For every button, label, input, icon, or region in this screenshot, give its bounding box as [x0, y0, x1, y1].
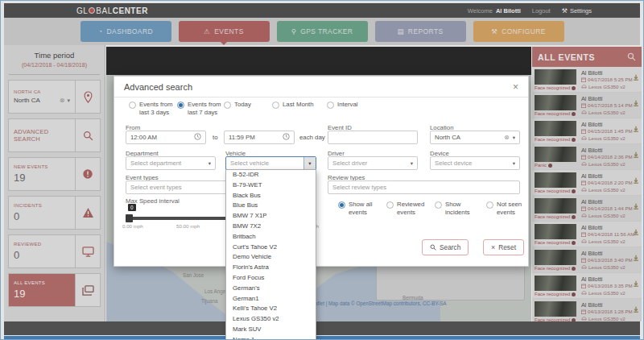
- welcome-label: Welcome: [468, 7, 493, 15]
- download-icon[interactable]: [633, 224, 639, 238]
- event-date: 04/15/2018 1:45 PM: [581, 128, 633, 134]
- calendar-icon: [581, 258, 586, 263]
- vehicle-dropdown-option[interactable]: B-52-IDR: [226, 170, 316, 180]
- logo-text-bal: BAL: [96, 6, 112, 15]
- map-label-bermuda: Bermuda: [402, 295, 423, 301]
- period-radio-option[interactable]: Last Month: [272, 101, 324, 109]
- event-list-item[interactable]: Face recognized Al Bilotti 04/15/2018 1:…: [532, 118, 642, 143]
- from-time-input[interactable]: 12:00 AM: [126, 131, 206, 144]
- period-radio-option[interactable]: Today: [224, 101, 276, 109]
- vehicle-dropdown-option[interactable]: Curt's Tahoe V2: [226, 243, 316, 253]
- counter-incidents[interactable]: INCIDENTS 0: [8, 196, 101, 230]
- vehicle-dropdown-option[interactable]: Demo Vehicle: [226, 252, 316, 263]
- download-icon[interactable]: [633, 301, 639, 316]
- event-badge-label: Face recognized: [535, 240, 570, 245]
- counter-all-events[interactable]: ALL EVENTS 19: [8, 273, 101, 307]
- review-radio-option[interactable]: Reviewed events: [386, 201, 434, 216]
- counter-new-events[interactable]: NEW EVENTS 19: [8, 157, 101, 191]
- panel-search-icon[interactable]: [627, 52, 636, 61]
- map-toolbar: [106, 47, 531, 75]
- location-select[interactable]: North CA ⊗ ▾: [14, 97, 70, 104]
- close-icon[interactable]: ×: [513, 82, 518, 92]
- vehicle-select[interactable]: Select vehicle ▾: [225, 156, 316, 170]
- download-icon[interactable]: [633, 172, 639, 187]
- search-button[interactable]: Search: [422, 239, 469, 255]
- download-icon[interactable]: [633, 95, 639, 110]
- nav-tab[interactable]: ⚒ CONFIGURE: [473, 21, 564, 42]
- counter-reviewed[interactable]: REVIEWED 0: [8, 234, 101, 268]
- event-badge: Face recognized: [535, 189, 576, 193]
- vehicle-dropdown-option[interactable]: Mark SUV: [226, 325, 316, 335]
- event-list-item[interactable]: Panic Al Bilotti 04/14/2018 2:36 PM Lexu…: [532, 144, 642, 169]
- to-time-input[interactable]: 11:59 PM: [224, 131, 295, 144]
- review-types-input[interactable]: Select review types: [328, 180, 520, 194]
- vehicle-dropdown-option[interactable]: Nemo 1: [226, 335, 316, 340]
- vehicle-dropdown-option[interactable]: Lexus GS350 v2: [226, 314, 316, 325]
- reset-button[interactable]: × Reset: [483, 239, 524, 255]
- nav-tab[interactable]: ⚠ EVENTS: [179, 21, 270, 42]
- event-list-item[interactable]: Face recognized Al Bilotti 04/13/2018 1:…: [532, 299, 642, 321]
- location-select[interactable]: North CA ⊗ ▾: [430, 131, 520, 144]
- period-radio-option[interactable]: Interval: [327, 101, 379, 109]
- vehicle-dropdown-option[interactable]: Ford Focus: [226, 273, 316, 284]
- event-list-item[interactable]: Face recognized Al Bilotti 04/14/2018 11…: [532, 222, 642, 247]
- logout-link[interactable]: Logout: [532, 7, 551, 15]
- event-types-placeholder: Select event types: [130, 184, 182, 191]
- device-select[interactable]: Select device ▾: [430, 156, 520, 170]
- vehicle-dropdown-option[interactable]: Florin's Astra: [226, 263, 316, 273]
- vehicle-dropdown-option[interactable]: BMW 7X2: [226, 222, 316, 232]
- vehicle-dropdown-option[interactable]: Kelli's Tahoe V2: [226, 304, 316, 314]
- review-radio-option[interactable]: Show incidents: [435, 201, 482, 216]
- event-list-item[interactable]: Face recognized Al Bilotti 04/17/2018 5:…: [532, 67, 642, 92]
- download-icon[interactable]: [633, 69, 639, 84]
- review-radio-option[interactable]: Show all events: [338, 201, 386, 216]
- events-list: Face recognized Al Bilotti 04/17/2018 5:…: [532, 67, 642, 321]
- event-vehicle: Lexus GS350 v2: [581, 110, 625, 115]
- driver-select[interactable]: Select driver ▾: [328, 156, 418, 170]
- location-pin-icon[interactable]: [76, 81, 100, 113]
- radio-icon: [224, 102, 231, 109]
- user-name[interactable]: Al Bilotti: [496, 7, 521, 15]
- event-list-item[interactable]: Face recognized Al Bilotti 04/14/2018 1:…: [532, 196, 642, 221]
- download-icon[interactable]: [633, 198, 639, 213]
- clear-icon[interactable]: ⊗: [504, 134, 510, 141]
- vehicle-dropdown-option[interactable]: German's: [226, 284, 316, 294]
- download-icon[interactable]: [633, 147, 639, 161]
- vehicle-dropdown-option[interactable]: Black Bus: [226, 191, 316, 201]
- advanced-search-card[interactable]: ADVANCED SEARCH: [8, 118, 101, 152]
- period-radio-option[interactable]: Events from last 7 days: [177, 101, 229, 116]
- vehicle-select-button[interactable]: ▾: [303, 157, 316, 169]
- event-vehicle-text: Lexus GS350 v2: [588, 213, 625, 218]
- vehicle-dropdown-option[interactable]: Britbach: [226, 232, 316, 243]
- event-list-item[interactable]: Face recognized Al Bilotti 04/13/2018 3:…: [532, 247, 642, 272]
- nav-tab[interactable]: ▤ REPORTS: [375, 21, 466, 42]
- event-list-item[interactable]: Face recognized Al Bilotti 04/14/2018 2:…: [532, 170, 642, 195]
- settings-link[interactable]: ⚒Settings: [562, 7, 592, 15]
- event-list-item[interactable]: Face recognized Al Bilotti 04/13/2018 3:…: [532, 273, 642, 298]
- tab-label: EVENTS: [214, 27, 243, 35]
- vehicle-dropdown-option[interactable]: BMW 7 X1P: [226, 211, 316, 222]
- counter-label: ALL EVENTS: [14, 280, 70, 285]
- event-person-name: Al Bilotti: [581, 69, 602, 77]
- event-thumbnail: [535, 95, 576, 110]
- clear-icon[interactable]: ⊗: [60, 97, 65, 104]
- event-list-item[interactable]: Face recognized Al Bilotti 04/17/2018 5:…: [532, 93, 642, 118]
- map-attribution[interactable]: Leaflet | Map data © OpenStreetMap contr…: [309, 301, 447, 306]
- event-id-input[interactable]: [328, 131, 418, 144]
- review-radio-option[interactable]: Not seen events: [486, 201, 534, 216]
- nav-tab[interactable]: ◔ DASHBOARD: [80, 21, 171, 42]
- download-icon[interactable]: [633, 121, 639, 135]
- vehicle-dropdown-option[interactable]: Blue Bus: [226, 201, 316, 211]
- period-radio-option[interactable]: Events from last 3 days: [129, 101, 181, 116]
- department-select[interactable]: Select department ▾: [126, 156, 216, 170]
- badge-icon: [572, 189, 576, 193]
- event-date-text: 04/14/2018 11:56 AM: [588, 231, 634, 237]
- app-window: GLBALCENTER Welcome Al Bilotti Logout ⚒S…: [0, 0, 644, 340]
- nav-tab[interactable]: ⚲ GPS TRACKER: [277, 21, 368, 42]
- event-vehicle: Lexus GS350 v2: [581, 264, 625, 270]
- tab-icon: ⚠: [204, 27, 210, 35]
- vehicle-dropdown-option[interactable]: German1: [226, 294, 316, 305]
- download-icon[interactable]: [633, 250, 639, 264]
- download-icon[interactable]: [633, 276, 639, 290]
- vehicle-dropdown-option[interactable]: B-79-WET: [226, 180, 316, 191]
